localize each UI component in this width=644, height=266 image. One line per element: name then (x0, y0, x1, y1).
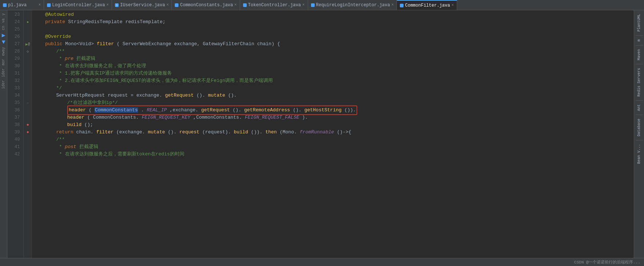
code-line-42: * 在请求达到微服务之后，需要刷新token在redis的时间 (34, 151, 634, 158)
code-line-29: * pre 拦截逻辑 (34, 55, 634, 62)
line-num-23: 23 (7, 11, 21, 18)
gutter-39: ● (24, 129, 32, 136)
sidebar-item-ant[interactable]: Ant (636, 102, 642, 113)
sidebar-item-plantuml[interactable]: PlantUML (636, 12, 642, 34)
tab-close-icon[interactable]: × (166, 3, 169, 7)
sidebar-item-m[interactable]: m (636, 37, 642, 44)
gutter-27: ▶ @ (24, 40, 32, 48)
line-num-30: 30 (7, 62, 21, 70)
main-area: y va cn ▶ ▼ eway mor ider ider 23 24 25 … (0, 10, 644, 258)
gutter-icons: ● ▶ @ ◇ ◇ ● ● (24, 10, 32, 258)
debug-icon-27[interactable]: @ (28, 42, 30, 46)
code-line-33: */ (34, 85, 634, 92)
code-line-30: * 在请求去到微服务之前，做了两个处理 (34, 62, 634, 70)
tab-common-filter[interactable]: CommonFilter.java × (397, 0, 457, 10)
code-text-34: ServerHttpRequest request = exchange. ge… (56, 92, 237, 99)
gutter-23 (24, 11, 32, 18)
code-text-33: */ (56, 85, 62, 92)
gutter-24: ● (24, 18, 32, 26)
tab-close-icon[interactable]: × (235, 3, 237, 7)
far-left-label-cn: cn (1, 26, 6, 30)
code-line-38: build (); (34, 121, 634, 129)
code-line-39: return chain. filter (exchange. mutate (… (34, 129, 634, 136)
code-text-23: @Autowired (45, 11, 74, 18)
tab-common-constants[interactable]: CommonConstants.java × (172, 0, 240, 10)
gutter-29 (24, 55, 32, 62)
gutter-31 (24, 70, 32, 77)
expand-icon[interactable]: ▶ (2, 32, 6, 39)
tab-close-icon[interactable]: × (39, 3, 41, 7)
line-num-38: 38 (7, 121, 21, 129)
sidebar-item-database[interactable]: Database (636, 116, 642, 139)
line-num-39: 39 (7, 129, 21, 136)
far-left-label-ider1: ider (1, 68, 6, 77)
gutter-25 (24, 26, 32, 33)
collapse-icon[interactable]: ▼ (2, 39, 6, 46)
code-line-23: @Autowired (34, 11, 634, 18)
gutter-35: ◇ (24, 99, 32, 107)
sidebar-divider-2 (636, 45, 643, 46)
line-numbers: 23 24 25 26 27 28 29 30 31 32 33 34 35 3… (7, 10, 24, 258)
tab-close-icon[interactable]: × (391, 3, 394, 7)
line-num-29: 29 (7, 55, 21, 62)
gutter-28: ◇ (24, 48, 32, 55)
sidebar-item-maven[interactable]: Maven (636, 47, 642, 62)
tab-login-controller[interactable]: LoginController.java × (44, 0, 112, 10)
tab-require-login-interceptor[interactable]: RequireLoginInterceptor.java × (308, 0, 397, 10)
right-sidebar: PlantUML m Maven Redis Servers Ant Datab… (634, 10, 644, 258)
tab-label: pl.java (8, 3, 26, 8)
tab-label: CommonFilter.java (405, 3, 450, 8)
line-num-42: 42 (7, 151, 21, 158)
bookmark-35: ◇ (27, 101, 29, 105)
code-text-36: header ( CommonConstants . REAL_IP ,exch… (67, 105, 357, 115)
far-left-label-eway: eway (1, 47, 6, 56)
code-text-32: * 2.在请求头中添加FEIGN_REQUEST的请求头，值为0，标记请求不是F… (59, 77, 273, 85)
code-text-39: return chain. filter (exchange. mutate (… (56, 129, 351, 136)
code-text-27: public Mono<Void> filter ( ServerWebExch… (45, 40, 280, 48)
code-line-28: /** (34, 48, 634, 55)
line-num-31: 31 (7, 70, 21, 77)
code-text-24: private StringRedisTemplate redisTemplat… (45, 18, 166, 26)
tab-token-controller[interactable]: TokenController.java × (240, 0, 308, 10)
line-num-36: 36 (7, 107, 21, 114)
line-num-26: 26 (7, 33, 21, 40)
tab-close-icon[interactable]: × (452, 3, 454, 7)
tab-iuser-service[interactable]: i IUserService.java × (112, 0, 172, 10)
code-line-36: header ( CommonConstants . REAL_IP ,exch… (34, 107, 634, 114)
breakpoint-39[interactable]: ● (26, 130, 29, 135)
far-left-label-va: va (1, 18, 6, 23)
code-lines-area[interactable]: @Autowired private StringRedisTemplate r… (32, 10, 634, 258)
breakpoint-38[interactable]: ● (26, 122, 29, 127)
code-container: 23 24 25 26 27 28 29 30 31 32 33 34 35 3… (7, 10, 634, 258)
line-num-33: 33 (7, 85, 21, 92)
sidebar-divider-4 (636, 100, 643, 101)
tab-close-icon[interactable]: × (303, 3, 305, 7)
tab-pl-java[interactable]: pl.java × (0, 0, 44, 10)
code-text-40: /** (56, 136, 65, 143)
code-editor[interactable]: 23 24 25 26 27 28 29 30 31 32 33 34 35 3… (7, 10, 634, 258)
code-text-29: * pre 拦截逻辑 (59, 55, 95, 62)
code-line-26: @Override (34, 33, 634, 40)
sidebar-divider-6 (636, 140, 643, 140)
far-left-label-mor: mor (1, 59, 6, 65)
line-num-41: 41 (7, 143, 21, 151)
code-text-28: /** (56, 48, 65, 55)
sidebar-divider-1 (636, 35, 643, 36)
gutter-26 (24, 33, 32, 40)
sidebar-item-redis[interactable]: Redis Servers (636, 66, 642, 99)
code-line-32: * 2.在请求头中添加FEIGN_REQUEST的请求头，值为0，标记请求不是F… (34, 77, 634, 85)
far-left-label-y: y (1, 13, 6, 15)
sidebar-item-bean[interactable]: Bean V... (636, 142, 642, 166)
line-num-40: 40 (7, 136, 21, 143)
line-num-27: 27 (7, 40, 21, 48)
bookmark-28: ◇ (26, 49, 29, 54)
far-left-sidebar: y va cn ▶ ▼ eway mor ider ider (0, 10, 7, 258)
gutter-36 (24, 107, 32, 114)
run-icon-27[interactable]: ▶ (25, 42, 28, 47)
tab-label: LoginController.java (52, 3, 105, 8)
tab-close-icon[interactable]: × (106, 3, 109, 7)
tab-bar: pl.java × LoginController.java × i IUser… (0, 0, 644, 10)
green-dot-24: ● (26, 20, 29, 24)
status-bar: CSDN @一个诺诺前行的后端程序... (0, 258, 644, 266)
code-line-41: * post 拦截逻辑 (34, 143, 634, 151)
